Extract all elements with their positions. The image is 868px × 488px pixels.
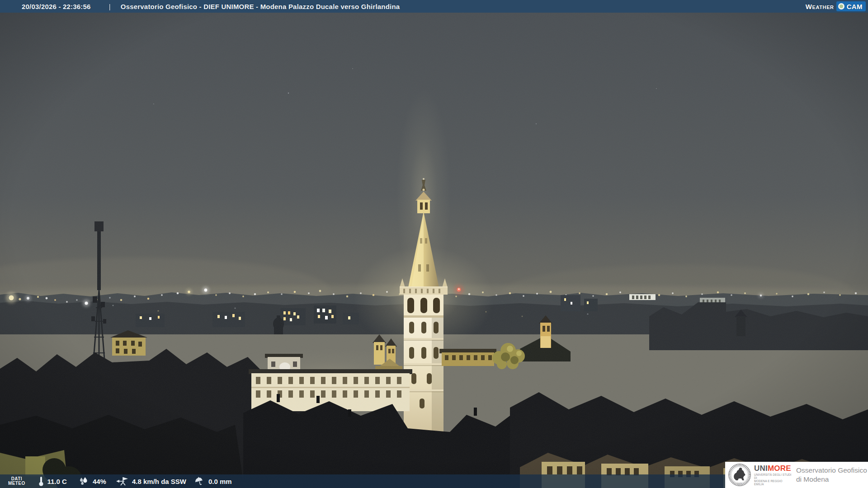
weathercam-logo: WEATHER CAM: [806, 0, 866, 13]
observatory-line2: di Modena: [796, 475, 867, 484]
dati-meteo-line2: METEO: [8, 481, 25, 486]
temperature-value: 11.0 C: [47, 478, 67, 485]
webcam-photo: [0, 0, 868, 488]
temperature-item: 11.0 C: [38, 476, 67, 487]
cam-badge: CAM: [836, 1, 866, 11]
thermometer-icon: [38, 476, 44, 487]
university-line2: MODENA E REGGIO EMILIA: [754, 479, 792, 486]
separator: |: [109, 3, 111, 10]
university-line1: UNIVERSITÀ DEGLI STUDI DI: [754, 473, 792, 479]
wind-vane-icon: [115, 476, 129, 486]
weathercam-initial: W: [806, 3, 812, 10]
humidity-item: 44%: [79, 477, 106, 486]
humidity-value: 44%: [93, 478, 106, 485]
weathercam-wordmark: WEATHER: [806, 3, 834, 10]
unimore-wordmark: UNIMORE: [754, 465, 792, 472]
observatory-line1: Osservatorio Geofisico: [796, 466, 867, 475]
unimore-uni: UNI: [754, 464, 768, 473]
humidity-icon: [79, 477, 90, 486]
observatory-name: Osservatorio Geofisico di Modena: [796, 466, 867, 484]
wind-value: 4.8 km/h da SSW: [132, 478, 186, 485]
seal-year: 1175: [737, 482, 742, 484]
camera-title: Osservatorio Geofisico - DIEF UNIMORE - …: [121, 3, 400, 10]
wind-item: 4.8 km/h da SSW: [115, 476, 186, 486]
webcam-frame: 20/03/2026 - 22:36:56 | Osservatorio Geo…: [0, 0, 868, 488]
university-name: UNIVERSITÀ DEGLI STUDI DI MODENA E REGGI…: [754, 473, 792, 486]
unimore-wordmark-block: UNIMORE UNIVERSITÀ DEGLI STUDI DI MODENA…: [754, 465, 792, 486]
vignette: [0, 0, 868, 488]
datetime-label: 20/03/2026 - 22:36:56: [22, 3, 91, 10]
weathercam-rest: EATHER: [812, 5, 834, 10]
unimore-more: MORE: [768, 464, 791, 473]
precipitation-item: 0.0 mm: [194, 477, 232, 486]
dati-meteo-label: DATI METEO: [8, 477, 25, 486]
cam-label: CAM: [847, 3, 863, 10]
umbrella-icon: [194, 477, 205, 486]
unimore-logo-panel: 1175 UNIMORE UNIVERSITÀ DEGLI STUDI DI M…: [725, 462, 868, 488]
top-info-bar: 20/03/2026 - 22:36:56 | Osservatorio Geo…: [0, 0, 868, 13]
unimore-seal-icon: 1175: [728, 464, 751, 486]
cam-dot-icon: [838, 3, 844, 9]
precipitation-value: 0.0 mm: [208, 478, 232, 485]
